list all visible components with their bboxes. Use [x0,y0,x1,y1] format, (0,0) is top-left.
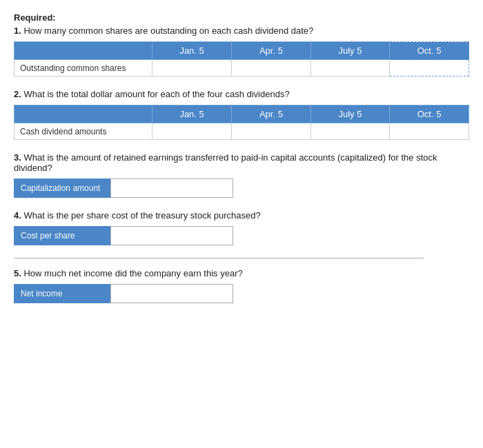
q3-header: 3. What is the amount of retained earnin… [14,152,469,173]
question-5: 5. How much net income did the company e… [14,268,469,303]
q1-oct-input[interactable] [393,61,466,74]
question-2: 2. What is the total dollar amount for e… [14,89,469,140]
q4-number: 4. [14,210,21,221]
q2-apr-input[interactable] [235,125,307,138]
q3-label: Capitalization amount [14,179,110,198]
q2-number: 2. [14,89,21,99]
q2-row-label: Cash dividend amounts [14,123,152,140]
q1-text: How many common shares are outstanding o… [23,26,313,36]
q2-header: 2. What is the total dollar amount for e… [14,89,469,99]
q2-col-oct: Oct. 5 [390,105,469,123]
q1-oct-cell [390,60,469,77]
q2-table: Jan. 5 Apr. 5 July 5 Oct. 5 Cash dividen… [14,105,469,140]
q2-jan-input[interactable] [155,125,228,138]
q1-jan-cell [152,60,232,77]
q4-answer-row: Cost per share [14,226,469,245]
table-row: Cash dividend amounts [14,123,469,140]
q1-number: 1. [14,26,21,36]
section-divider [14,258,424,258]
q2-col-jan: Jan. 5 [152,105,232,123]
q5-input[interactable] [110,284,233,303]
q1-header: 1. How many common shares are outstandin… [14,26,469,36]
q1-july-cell [310,60,389,77]
question-1: 1. How many common shares are outstandin… [14,26,469,77]
q1-col-empty [14,42,152,60]
q1-col-july: July 5 [310,42,389,60]
q1-col-oct: Oct. 5 [390,42,469,60]
table-row: Outstanding common shares [14,60,469,77]
question-3: 3. What is the amount of retained earnin… [14,152,469,198]
q1-jan-input[interactable] [155,61,228,74]
q1-table: Jan. 5 Apr. 5 July 5 Oct. 5 Outstanding … [14,41,469,77]
q1-row-label: Outstanding common shares [14,60,152,77]
q5-answer-row: Net income [14,284,469,303]
q3-text: What is the amount of retained earnings … [14,152,437,173]
q2-july-cell [310,123,389,140]
q4-text: What is the per share cost of the treasu… [23,210,260,221]
q3-input[interactable] [110,179,233,198]
q1-july-input[interactable] [314,61,386,74]
q4-header: 4. What is the per share cost of the tre… [14,210,469,221]
q1-col-jan: Jan. 5 [152,42,232,60]
q2-july-input[interactable] [314,125,386,138]
required-label: Required: [14,12,469,23]
q5-text: How much net income did the company earn… [23,268,242,278]
q2-col-empty [14,105,152,123]
q1-col-apr: Apr. 5 [232,42,310,60]
q5-label: Net income [14,284,110,303]
q5-header: 5. How much net income did the company e… [14,268,469,278]
q4-input[interactable] [110,226,233,245]
q1-apr-cell [232,60,310,77]
q2-text: What is the total dollar amount for each… [23,89,289,99]
q2-oct-cell [390,123,469,140]
q2-oct-input[interactable] [393,125,466,138]
q2-apr-cell [232,123,310,140]
q2-col-july: July 5 [310,105,389,123]
question-4: 4. What is the per share cost of the tre… [14,210,469,245]
q3-number: 3. [14,152,21,163]
q5-number: 5. [14,268,21,278]
q4-label: Cost per share [14,226,110,245]
q2-col-apr: Apr. 5 [232,105,310,123]
q3-answer-row: Capitalization amount [14,179,469,198]
required-section: Required: [14,12,469,23]
q1-apr-input[interactable] [235,61,307,74]
q2-jan-cell [152,123,232,140]
